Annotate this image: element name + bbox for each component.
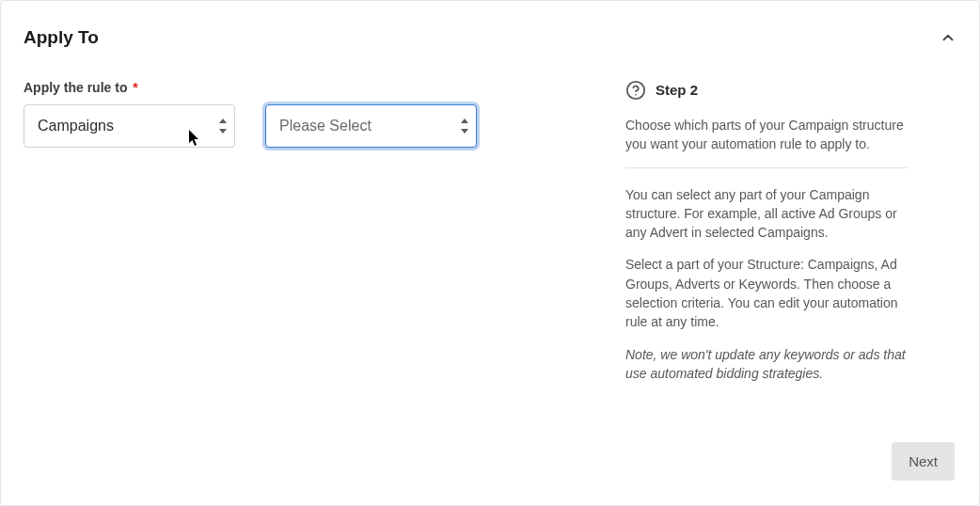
selects-row: Campaigns Please Select	[24, 104, 588, 148]
step-header: Step 2	[625, 80, 908, 101]
help-paragraph-4: Note, we won't update any keywords or ad…	[625, 345, 908, 384]
apply-to-panel: Apply To Apply the rule to * Campaigns	[0, 0, 980, 506]
next-button[interactable]: Next	[892, 442, 955, 481]
chevron-up-icon[interactable]	[940, 29, 956, 46]
field-label: Apply the rule to *	[24, 80, 588, 95]
structure-select[interactable]: Campaigns	[24, 104, 235, 148]
criteria-select[interactable]: Please Select	[265, 104, 477, 148]
panel-body: Apply the rule to * Campaigns Please Sel…	[24, 80, 956, 383]
step-label: Step 2	[656, 80, 698, 101]
structure-select-value: Campaigns	[38, 118, 114, 134]
panel-header: Apply To	[24, 27, 956, 48]
field-label-text: Apply the rule to	[24, 80, 127, 95]
help-divider	[625, 167, 908, 168]
criteria-select-value: Please Select	[279, 118, 371, 134]
panel-title: Apply To	[24, 27, 99, 48]
help-icon	[625, 80, 646, 101]
required-asterisk: *	[133, 80, 137, 95]
help-paragraph-2: You can select any part of your Campaign…	[625, 185, 908, 243]
help-column: Step 2 Choose which parts of your Campai…	[625, 80, 908, 383]
structure-select-wrap: Campaigns	[24, 104, 235, 148]
help-paragraph-3: Select a part of your Structure: Campaig…	[625, 255, 908, 331]
criteria-select-wrap: Please Select	[265, 104, 477, 148]
help-paragraph-1: Choose which parts of your Campaign stru…	[625, 116, 908, 154]
form-column: Apply the rule to * Campaigns Please Sel…	[24, 80, 588, 148]
